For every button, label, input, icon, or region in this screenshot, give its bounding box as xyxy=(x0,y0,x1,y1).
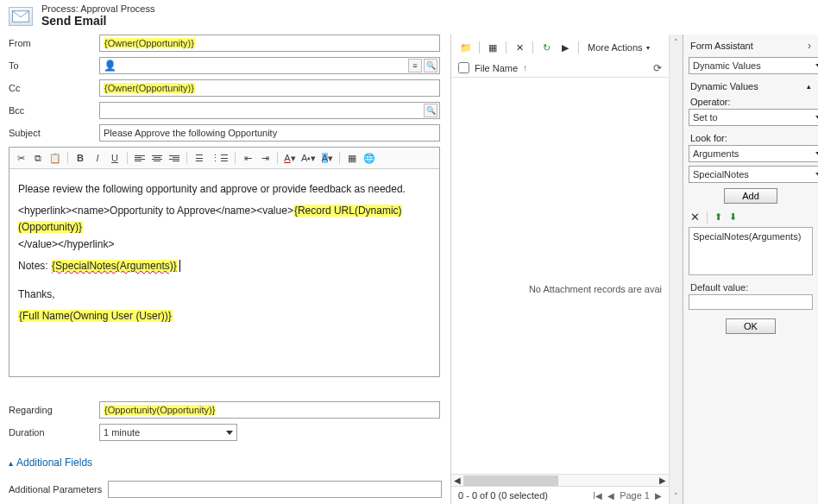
cut-button[interactable]: ✂ xyxy=(13,150,28,166)
h-scrollbar[interactable]: ◀ ▶ xyxy=(451,474,669,486)
filename-column[interactable]: File Name xyxy=(475,63,518,73)
align-center-button[interactable] xyxy=(149,150,165,166)
align-left-button[interactable] xyxy=(132,150,148,166)
dynamic-values-section: Dynamic Values xyxy=(690,81,758,91)
new-attachment-button[interactable]: 📁 xyxy=(458,40,474,55)
indent-button[interactable]: ⇥ xyxy=(257,150,273,166)
sort-asc-icon: ↑ xyxy=(523,63,527,72)
outdent-button[interactable]: ⇤ xyxy=(240,150,255,166)
more-actions-menu[interactable]: More Actions▾ xyxy=(584,41,653,54)
operator-select[interactable]: Set to xyxy=(689,109,818,126)
additional-fields-toggle[interactable]: Additional Fields xyxy=(9,457,442,469)
refresh-grid-icon[interactable]: ⟳ xyxy=(653,62,662,74)
run-button[interactable]: ▶ xyxy=(557,40,573,55)
regarding-field[interactable]: {Opportunity(Opportunity)} xyxy=(99,401,440,419)
from-label: From xyxy=(9,38,99,48)
refresh-button[interactable]: ↻ xyxy=(538,40,554,55)
page-indicator: Page 1 xyxy=(620,490,650,501)
from-field[interactable]: {Owner(Opportunity)} xyxy=(99,35,440,52)
select-all-checkbox[interactable] xyxy=(458,62,469,73)
default-value-input[interactable] xyxy=(689,294,813,310)
add-button[interactable]: Add xyxy=(724,188,777,204)
default-value-label: Default value: xyxy=(683,275,818,294)
bold-button[interactable]: B xyxy=(72,150,88,166)
lookfor-label: Look for: xyxy=(683,129,818,145)
link-button[interactable]: 🌐 xyxy=(362,150,377,166)
highlight-button[interactable]: A▾ xyxy=(319,150,335,166)
vertical-scrollbar[interactable]: ˄ ˅ xyxy=(669,35,683,504)
selected-values-list[interactable]: SpecialNotes(Arguments) xyxy=(689,227,813,275)
font-size-button[interactable]: A▴▾ xyxy=(299,150,318,166)
insert-button[interactable]: ▦ xyxy=(344,150,360,166)
grid-view-button[interactable]: ▦ xyxy=(485,40,500,55)
prev-page-button[interactable]: ◀ xyxy=(607,491,614,501)
move-down-button[interactable]: ⬇ xyxy=(729,211,737,223)
unordered-list-button[interactable]: ⋮☰ xyxy=(209,150,230,166)
to-lookup-button[interactable]: 🔍 xyxy=(424,59,437,72)
selection-status: 0 - 0 of 0 (0 selected) xyxy=(458,490,548,501)
regarding-label: Regarding xyxy=(9,405,99,415)
to-expand-button[interactable]: ≡ xyxy=(408,59,422,72)
mail-icon xyxy=(9,7,33,26)
align-right-button[interactable] xyxy=(167,150,182,166)
paste-button[interactable]: 📋 xyxy=(47,150,63,166)
scroll-down-icon[interactable]: ˅ xyxy=(674,492,678,501)
operator-label: Operator: xyxy=(683,93,818,109)
cc-field[interactable]: {Owner(Opportunity)} xyxy=(99,79,440,97)
lookfor-entity-select[interactable]: Arguments xyxy=(689,145,818,162)
move-up-button[interactable]: ⬆ xyxy=(714,211,722,223)
next-page-button[interactable]: ▶ xyxy=(655,491,662,501)
user-icon: 👤 xyxy=(104,60,116,72)
editor-body[interactable]: Please review the following opportunity … xyxy=(9,169,439,376)
collapse-section-icon[interactable]: ▴ xyxy=(807,82,811,91)
additional-params-field[interactable] xyxy=(108,481,442,498)
first-page-button[interactable]: I◀ xyxy=(593,491,602,501)
duration-select[interactable]: 1 minute xyxy=(99,424,237,441)
ok-button[interactable]: OK xyxy=(726,318,776,334)
bcc-label: Bcc xyxy=(9,105,99,116)
delete-button[interactable]: ✕ xyxy=(512,40,527,55)
italic-button[interactable]: I xyxy=(90,150,105,166)
scroll-up-icon[interactable]: ˄ xyxy=(674,38,678,47)
process-label: Process: Approval Process xyxy=(41,3,154,14)
collapse-assistant-icon[interactable]: › xyxy=(808,40,811,52)
to-label: To xyxy=(9,60,99,71)
to-field[interactable]: 👤 ≡ 🔍 xyxy=(99,57,440,74)
subject-field[interactable]: Please Approve the following Opportunity xyxy=(99,124,440,142)
cc-label: Cc xyxy=(9,83,99,93)
font-color-button[interactable]: A▾ xyxy=(282,150,298,166)
lookfor-attr-select[interactable]: SpecialNotes xyxy=(689,166,818,183)
bcc-field[interactable]: 🔍 xyxy=(99,102,440,119)
additional-params-label: Additional Parameters xyxy=(9,484,108,495)
page-title: Send Email xyxy=(41,14,154,28)
attachments-empty: No Attachment records are avai xyxy=(451,78,669,474)
underline-button[interactable]: U xyxy=(107,150,123,166)
bcc-lookup-button[interactable]: 🔍 xyxy=(424,104,437,117)
assistant-mode-select[interactable]: Dynamic Values xyxy=(689,57,818,74)
scroll-right-icon[interactable]: ▶ xyxy=(657,476,669,485)
subject-label: Subject xyxy=(9,128,99,138)
remove-item-button[interactable]: ✕ xyxy=(690,211,700,224)
editor-toolbar: ✂ ⧉ 📋 B I U ☰ ⋮☰ ⇤ ⇥ xyxy=(9,148,439,169)
duration-label: Duration xyxy=(9,427,99,438)
form-assistant-title: Form Assistant xyxy=(690,41,753,51)
scroll-left-icon[interactable]: ◀ xyxy=(451,476,463,485)
ordered-list-button[interactable]: ☰ xyxy=(192,150,207,166)
copy-button[interactable]: ⧉ xyxy=(30,150,46,166)
